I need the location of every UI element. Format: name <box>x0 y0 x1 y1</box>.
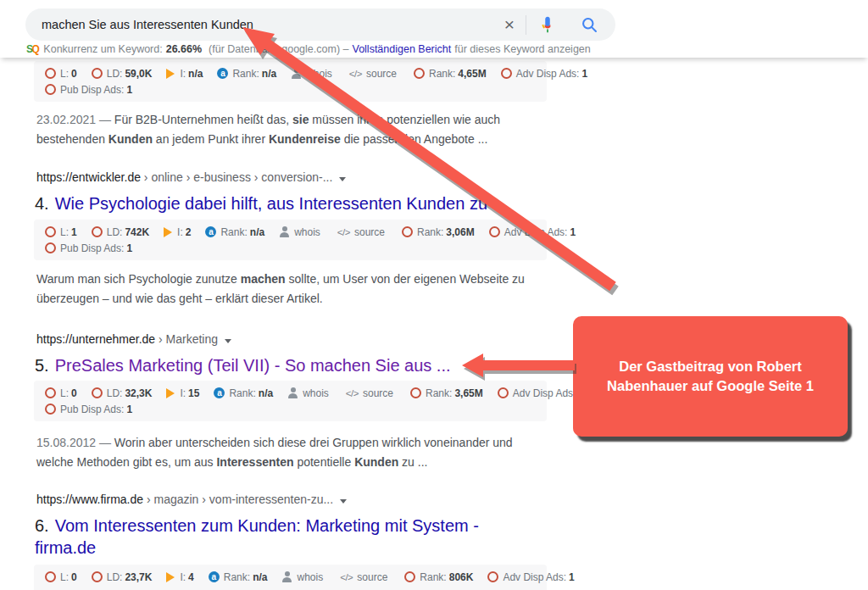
keyword-competition-label: Konkurrenz um Keyword: <box>43 43 162 55</box>
result-title-link[interactable]: Wie Psychologie dabei hilft, aus Interes… <box>55 194 507 213</box>
metric-item[interactable]: Rank:n/a <box>209 571 268 583</box>
metric-item[interactable]: LD:32,3K <box>92 387 153 399</box>
metric-icon <box>92 68 103 79</box>
metric-item[interactable]: Pub Disp Ads:1 <box>45 404 132 415</box>
metric-icon <box>45 242 56 253</box>
metric-icon <box>45 404 56 415</box>
metric-item[interactable]: source <box>340 571 390 583</box>
url-dropdown-icon[interactable] <box>339 177 346 181</box>
metric-icon <box>45 226 56 237</box>
result-url[interactable]: https://entwickler.de › online › e-busin… <box>36 170 346 184</box>
metric-item[interactable]: LD:23,7K <box>92 571 153 583</box>
metric-icon <box>281 571 292 582</box>
metric-item[interactable]: Rank:806K <box>404 571 473 583</box>
metric-item[interactable]: Rank:n/a <box>205 226 264 238</box>
seoquake-keyword-bar: SQ Konkurrenz um Keyword: 26.66% (für Da… <box>26 43 591 55</box>
keyword-competition-value: 26.66% <box>166 43 202 55</box>
url-dropdown-icon[interactable] <box>225 339 231 343</box>
full-report-link[interactable]: Vollständigen Bericht <box>352 43 451 55</box>
search-input[interactable]: machen Sie aus Interessenten Kunden <box>42 18 499 31</box>
clear-search-icon[interactable]: × <box>499 15 526 35</box>
metric-item[interactable]: L:0 <box>45 571 77 583</box>
annotation-callout: Der Gastbeitrag von Robert Nabenhauer au… <box>573 316 848 437</box>
seoquake-metrics-bar: L:1LD:742KI:2Rank:n/awhoissourceRank:3,0… <box>34 220 547 260</box>
result-title: 5.PreSales Marketing (Teil VII) - So mac… <box>35 354 543 376</box>
metric-icon <box>291 68 302 79</box>
metric-item[interactable]: source <box>346 387 396 399</box>
metric-icon <box>349 69 362 79</box>
search-box[interactable]: machen Sie aus Interessenten Kunden × <box>25 8 615 41</box>
metric-icon <box>45 571 56 582</box>
metric-item[interactable]: Pub Disp Ads:1 <box>45 242 132 254</box>
search-submit-icon[interactable] <box>569 16 600 34</box>
metric-item[interactable]: L:0 <box>45 68 77 80</box>
metric-icon <box>92 226 103 237</box>
metric-item[interactable]: whois <box>287 387 331 399</box>
keyword-database-note: (für Datenbank google.com) – <box>209 43 348 55</box>
metric-item[interactable]: LD:59,0K <box>92 68 153 80</box>
metric-item[interactable]: Rank:3,65M <box>410 387 483 399</box>
result-url[interactable]: https://www.firma.de › magazin › vom-int… <box>36 493 347 506</box>
metric-icon <box>205 226 216 237</box>
metric-item[interactable]: Rank:n/a <box>214 387 273 399</box>
result-number: 5. <box>35 356 49 375</box>
metric-item[interactable]: Rank:n/a <box>217 68 276 80</box>
metric-item[interactable]: I:2 <box>164 226 191 238</box>
search-header: machen Sie aus Interessenten Kunden × SQ <box>0 0 868 58</box>
metric-icon <box>166 388 175 398</box>
metric-item[interactable]: I:4 <box>166 571 193 583</box>
result-snippet: 23.02.2021 — Für B2B-Unternehmen heißt d… <box>36 110 554 149</box>
metric-item[interactable]: source <box>349 68 399 80</box>
metric-icon <box>214 387 225 398</box>
metric-item[interactable]: Adv Disp Ads:1 <box>489 226 576 238</box>
google-serp-page: machen Sie aus Interessenten Kunden × SQ <box>0 0 868 590</box>
metric-icon <box>414 68 425 79</box>
result-title: 6.Vom Interessenten zum Kunden: Marketin… <box>35 515 543 559</box>
result-number: 6. <box>35 516 49 535</box>
metric-item[interactable]: Rank:3,06M <box>402 226 475 238</box>
result-snippet: 15.08.2012 — Worin aber unterscheiden si… <box>36 433 554 472</box>
metric-icon <box>45 68 56 79</box>
metric-item[interactable]: LD:742K <box>92 226 149 238</box>
metric-icon <box>287 387 298 398</box>
metric-item[interactable]: I:n/a <box>166 68 203 80</box>
metric-icon <box>209 571 220 582</box>
seoquake-metrics-bar: L:0LD:59,0KI:n/aRank:n/awhoissourceRank:… <box>34 61 547 102</box>
metric-icon <box>346 388 359 398</box>
metric-item[interactable]: Adv Disp Ads:1 <box>487 571 574 583</box>
result-title-link[interactable]: PreSales Marketing (Teil VII) - So mache… <box>55 356 451 375</box>
metric-icon <box>166 69 175 79</box>
annotation-callout-text: Der Gastbeitrag von Robert Nabenhauer au… <box>573 357 848 396</box>
metric-icon <box>489 226 500 237</box>
metric-item[interactable]: Adv Disp Ads:1 <box>498 387 584 399</box>
result-title-link[interactable]: Vom Interessenten zum Kunden: Marketing … <box>35 516 479 557</box>
metric-icon <box>337 227 350 237</box>
result-title: 4.Wie Psychologie dabei hilft, aus Inter… <box>35 192 543 214</box>
url-dropdown-icon[interactable] <box>340 499 347 504</box>
metric-icon <box>166 572 175 582</box>
metric-icon <box>217 68 228 79</box>
metric-item[interactable]: whois <box>281 571 326 583</box>
result-number: 4. <box>35 194 49 213</box>
metric-item[interactable]: source <box>337 226 387 238</box>
metric-icon <box>92 387 103 398</box>
metric-icon <box>501 68 512 79</box>
metric-icon <box>498 387 509 398</box>
metric-item[interactable]: Rank:4,65M <box>414 68 487 80</box>
seoquake-icon: SQ <box>26 43 38 55</box>
keyword-suffix: für dieses Keyword anzeigen <box>454 43 591 55</box>
metric-item[interactable]: whois <box>279 226 323 238</box>
metric-item[interactable]: whois <box>291 68 335 80</box>
seoquake-metrics-bar: L:0LD:32,3KI:15Rank:n/awhoissourceRank:3… <box>34 381 547 421</box>
metric-item[interactable]: Pub Disp Ads:1 <box>45 84 132 96</box>
metric-icon <box>404 571 415 582</box>
metric-item[interactable]: L:0 <box>45 387 77 399</box>
seoquake-metrics-bar: L:0LD:23,7KI:4Rank:n/awhoissourceRank:80… <box>34 565 547 590</box>
result-url[interactable]: https://unternehmer.de › Marketing <box>36 332 231 346</box>
metric-icon <box>340 572 353 582</box>
voice-search-icon[interactable] <box>526 15 569 34</box>
metric-item[interactable]: L:1 <box>45 226 77 238</box>
metric-item[interactable]: Adv Disp Ads:1 <box>501 68 587 80</box>
metric-item[interactable]: I:15 <box>166 387 199 399</box>
metric-icon <box>487 571 498 582</box>
